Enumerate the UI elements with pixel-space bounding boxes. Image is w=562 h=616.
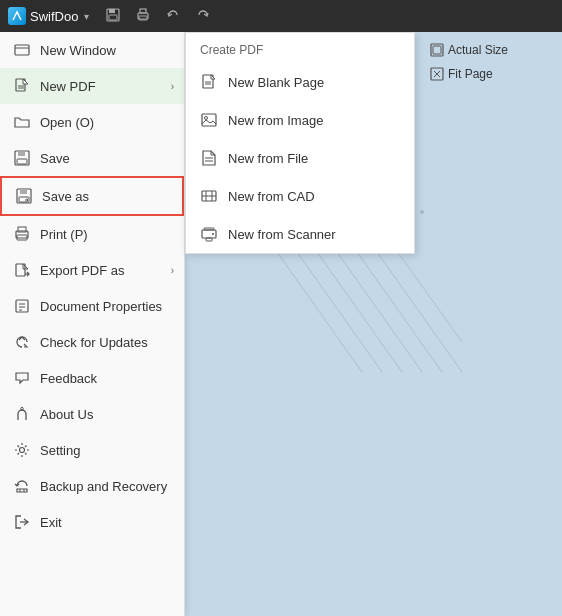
- cad-icon: [200, 187, 218, 205]
- fit-page-icon: [430, 67, 444, 81]
- saveas-icon: [16, 188, 32, 204]
- main-menu: New Window New PDF › Open (O): [0, 32, 185, 616]
- menu-item-print[interactable]: Print (P): [0, 216, 184, 252]
- svg-point-40: [20, 448, 25, 453]
- svg-rect-4: [140, 9, 146, 13]
- submenu-item-new-from-scanner[interactable]: New from Scanner: [186, 215, 414, 253]
- app-logo[interactable]: SwifDoo ▾: [8, 7, 89, 25]
- menu-label-setting: Setting: [40, 443, 80, 458]
- export-icon: [14, 262, 30, 278]
- toolbar: [101, 6, 215, 27]
- doc-icon: [14, 298, 30, 314]
- app-title: SwifDoo: [30, 9, 78, 24]
- actual-size-label: Actual Size: [448, 43, 508, 57]
- titlebar: SwifDoo ▾: [0, 0, 562, 32]
- pdf-icon: [14, 78, 30, 94]
- svg-point-48: [205, 117, 208, 120]
- svg-rect-57: [206, 238, 212, 241]
- file-icon: [200, 149, 218, 167]
- menu-label-backup-recovery: Backup and Recovery: [40, 479, 167, 494]
- backup-icon: [14, 478, 30, 494]
- menu-item-save-as[interactable]: Save as: [0, 176, 184, 216]
- svg-point-16: [420, 210, 424, 214]
- menu-item-backup-recovery[interactable]: Backup and Recovery: [0, 468, 184, 504]
- svg-rect-29: [20, 189, 27, 194]
- menu-label-export-pdf: Export PDF as: [40, 263, 125, 278]
- menu-label-open: Open (O): [40, 115, 94, 130]
- svg-point-39: [21, 407, 23, 409]
- app-dropdown-arrow[interactable]: ▾: [84, 11, 89, 22]
- menu-item-new-pdf[interactable]: New PDF ›: [0, 68, 184, 104]
- menu-item-check-updates[interactable]: Check for Updates: [0, 324, 184, 360]
- titlebar-save-button[interactable]: [101, 6, 125, 27]
- menu-item-new-window[interactable]: New Window: [0, 32, 184, 68]
- menu-item-open[interactable]: Open (O): [0, 104, 184, 140]
- titlebar-undo-button[interactable]: [161, 6, 185, 27]
- menu-label-save-as: Save as: [42, 189, 89, 204]
- menu-item-export-pdf[interactable]: Export PDF as ›: [0, 252, 184, 288]
- blank-page-icon: [200, 73, 218, 91]
- svg-rect-34: [16, 264, 25, 276]
- titlebar-redo-button[interactable]: [191, 6, 215, 27]
- window-icon: [14, 42, 30, 58]
- fit-page-label: Fit Page: [448, 67, 493, 81]
- titlebar-print-button[interactable]: [131, 6, 155, 27]
- svg-rect-1: [109, 9, 115, 13]
- svg-rect-2: [109, 15, 117, 20]
- menu-label-about-us: About Us: [40, 407, 93, 422]
- image-icon: [200, 111, 218, 129]
- menu-label-new-pdf: New PDF: [40, 79, 96, 94]
- svg-point-58: [212, 233, 214, 235]
- about-icon: [14, 406, 30, 422]
- svg-rect-47: [202, 114, 216, 126]
- menu-item-about-us[interactable]: About Us: [0, 396, 184, 432]
- submenu-create-pdf: Create PDF New Blank Page: [185, 32, 415, 254]
- app-icon: [8, 7, 26, 25]
- menu-label-save: Save: [40, 151, 70, 166]
- background-content: Actual Size Fit Page New Window: [0, 32, 562, 616]
- svg-rect-56: [204, 228, 214, 230]
- folder-icon: [14, 114, 30, 130]
- submenu-item-new-from-file[interactable]: New from File: [186, 139, 414, 177]
- feedback-icon: [14, 370, 30, 386]
- actual-size-icon: [430, 43, 444, 57]
- menu-label-exit: Exit: [40, 515, 62, 530]
- right-panel: Actual Size Fit Page: [422, 32, 562, 92]
- submenu-header: Create PDF: [186, 33, 414, 63]
- exit-icon: [14, 514, 30, 530]
- print-menu-icon: [14, 226, 30, 242]
- submenu-label-new-from-image: New from Image: [228, 113, 323, 128]
- svg-rect-18: [433, 46, 441, 54]
- new-pdf-arrow: ›: [171, 81, 174, 92]
- export-pdf-arrow: ›: [171, 265, 174, 276]
- menu-label-feedback: Feedback: [40, 371, 97, 386]
- save-menu-icon: [14, 150, 30, 166]
- fit-page-button[interactable]: Fit Page: [430, 64, 554, 84]
- menu-item-setting[interactable]: Setting: [0, 432, 184, 468]
- menu-item-doc-properties[interactable]: Document Properties: [0, 288, 184, 324]
- menu-item-exit[interactable]: Exit: [0, 504, 184, 540]
- submenu-label-new-blank: New Blank Page: [228, 75, 324, 90]
- actual-size-button[interactable]: Actual Size: [430, 40, 554, 60]
- menu-label-print: Print (P): [40, 227, 88, 242]
- menu-label-new-window: New Window: [40, 43, 116, 58]
- submenu-label-new-from-scanner: New from Scanner: [228, 227, 336, 242]
- svg-rect-26: [18, 151, 25, 156]
- menu-item-feedback[interactable]: Feedback: [0, 360, 184, 396]
- setting-icon: [14, 442, 30, 458]
- svg-rect-27: [17, 159, 27, 164]
- svg-rect-20: [15, 45, 29, 55]
- menu-label-doc-properties: Document Properties: [40, 299, 162, 314]
- menu-item-save[interactable]: Save: [0, 140, 184, 176]
- scanner-icon: [200, 225, 218, 243]
- submenu-label-new-from-cad: New from CAD: [228, 189, 315, 204]
- menu-label-check-updates: Check for Updates: [40, 335, 148, 350]
- submenu-label-new-from-file: New from File: [228, 151, 308, 166]
- update-icon: [14, 334, 30, 350]
- submenu-item-new-from-image[interactable]: New from Image: [186, 101, 414, 139]
- submenu-item-new-blank[interactable]: New Blank Page: [186, 63, 414, 101]
- submenu-item-new-from-cad[interactable]: New from CAD: [186, 177, 414, 215]
